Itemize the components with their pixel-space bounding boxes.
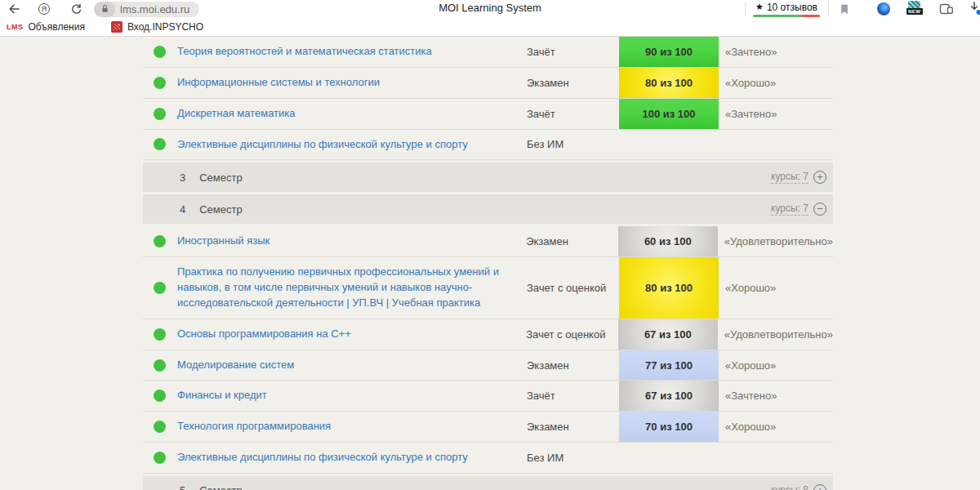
status-dot-icon xyxy=(154,421,166,433)
status-dot-icon xyxy=(154,77,166,89)
status-dot-icon xyxy=(154,452,166,464)
score-badge: 90 из 100 xyxy=(619,37,719,67)
course-row: Информационные системы и технологии Экза… xyxy=(143,68,833,99)
download-button[interactable] xyxy=(969,0,980,18)
course-row: Моделирование систем Экзамен 77 из 100 «… xyxy=(143,350,833,381)
score-badge: 67 из 100 xyxy=(618,319,718,350)
exam-type: Зачёт xyxy=(527,381,619,411)
status-cell xyxy=(143,350,177,381)
bookmark-item-announcements[interactable]: Объявления xyxy=(29,21,85,33)
exam-type: Зачёт xyxy=(527,37,619,67)
status-dot-icon xyxy=(154,328,166,341)
subject-cell: Финансы и кредит xyxy=(177,381,527,411)
grade-text: «Зачтено» xyxy=(719,99,833,129)
lock-icon xyxy=(94,2,115,17)
course-row: Дискретная математика Зачёт 100 из 100 «… xyxy=(143,99,833,130)
status-dot-icon xyxy=(154,359,166,372)
extension-icon[interactable] xyxy=(877,0,890,18)
score-badge: 80 из 100 xyxy=(619,68,719,98)
courses-link[interactable]: курсы: 7 xyxy=(771,203,808,216)
grade-text: «Хорошо» xyxy=(719,257,833,318)
yandex-browser-icon[interactable]: Я xyxy=(38,0,50,18)
exam-type: Без ИМ xyxy=(527,443,619,473)
score-badge: 60 из 100 xyxy=(618,226,718,256)
subject-link[interactable]: Дискретная математика xyxy=(177,106,296,122)
score-badge: 67 из 100 xyxy=(619,381,719,411)
subject-cell: Практика по получению первичных професси… xyxy=(177,257,527,318)
subject-cell: Элективные дисциплины по физической куль… xyxy=(177,130,527,160)
courses-link[interactable]: курсы: 7 xyxy=(771,171,808,184)
browser-chrome: Я lms.moi.edu.ru MOI Learning System xyxy=(0,0,980,37)
grade-text xyxy=(719,443,833,473)
score-badge: 77 из 100 xyxy=(619,350,719,381)
courses-link[interactable]: курсы: 8 xyxy=(771,484,808,490)
status-cell xyxy=(143,37,177,67)
reviews-count-label: 10 отзывов xyxy=(767,2,817,13)
toggle-expand-icon[interactable]: − xyxy=(813,203,826,216)
status-cell xyxy=(143,381,177,411)
page-content: Теория вероятностей и математическая ста… xyxy=(0,37,980,490)
divider xyxy=(828,2,829,16)
subject-cell: Теория вероятностей и математическая ста… xyxy=(177,37,527,67)
score-badge: 80 из 100 xyxy=(619,257,719,318)
subject-link[interactable]: Информационные системы и технологии xyxy=(177,75,380,91)
extension-new-icon[interactable]: NEW xyxy=(906,1,923,19)
exam-type: Экзамен xyxy=(527,412,619,442)
bookmark-button[interactable] xyxy=(840,0,849,18)
score-badge xyxy=(619,130,719,160)
subject-link[interactable]: Иностранный язык xyxy=(177,234,270,249)
subject-link[interactable]: Технология программирования xyxy=(177,419,331,434)
status-dot-icon xyxy=(154,108,166,120)
side-panel-button[interactable] xyxy=(939,0,954,18)
semester-label: Семестр xyxy=(199,203,242,216)
semester-number: 4 xyxy=(180,203,185,216)
new-badge: NEW xyxy=(906,8,923,15)
subject-link[interactable]: Элективные дисциплины по физической куль… xyxy=(177,450,468,466)
exam-type: Экзамен xyxy=(527,68,619,98)
exam-type: Зачёт xyxy=(527,99,619,129)
address-bar[interactable]: lms.moi.edu.ru xyxy=(94,0,199,18)
status-cell xyxy=(143,257,177,318)
extension-glyph-icon xyxy=(908,1,920,8)
rating-bar xyxy=(753,15,820,17)
subject-link[interactable]: Теория вероятностей и математическая ста… xyxy=(177,44,432,60)
status-cell xyxy=(143,412,177,442)
status-dot-icon xyxy=(154,235,166,247)
subject-cell: Иностранный язык xyxy=(177,226,526,256)
refresh-button[interactable] xyxy=(70,0,82,18)
subject-link[interactable]: Практика по получению первичных професси… xyxy=(177,265,515,311)
status-cell xyxy=(143,130,177,160)
course-row: Основы программирования на C++ Зачет с о… xyxy=(143,319,833,350)
subject-link[interactable]: Элективные дисциплины по физической куль… xyxy=(177,137,468,153)
color-sphere-icon xyxy=(877,2,890,16)
toggle-expand-icon[interactable]: + xyxy=(813,171,826,184)
subject-cell: Основы программирования на C++ xyxy=(177,319,526,350)
page-title: MOI Learning System xyxy=(439,2,541,14)
score-badge xyxy=(619,443,719,473)
status-dot-icon xyxy=(154,282,166,294)
status-dot-icon xyxy=(154,138,166,150)
toggle-expand-icon[interactable]: + xyxy=(813,484,826,490)
browser-toolbar: Я lms.moi.edu.ru MOI Learning System xyxy=(0,0,980,18)
exam-type: Без ИМ xyxy=(527,130,619,160)
lms-logo-icon: LMS xyxy=(7,23,24,31)
subject-link[interactable]: Основы программирования на C++ xyxy=(177,327,351,342)
bookmark-item-inpsycho[interactable]: Вход.INPSYCHO xyxy=(127,21,203,33)
status-dot-icon xyxy=(154,390,166,402)
ya-letter-icon: Я xyxy=(38,3,50,15)
grades-table: Теория вероятностей и математическая ста… xyxy=(143,37,833,490)
grade-text: «Удовлетворительно» xyxy=(718,226,833,256)
reviews-button[interactable]: ★ 10 отзывов xyxy=(753,0,820,18)
exam-type: Зачет с оценкой xyxy=(526,319,618,350)
score-badge: 100 из 100 xyxy=(619,99,719,129)
subject-cell: Элективные дисциплины по физической куль… xyxy=(177,443,527,473)
grade-text: «Удовлетворительно» xyxy=(718,319,833,350)
subject-link[interactable]: Финансы и кредит xyxy=(177,388,267,403)
course-row: Элективные дисциплины по физической куль… xyxy=(143,443,833,474)
subject-link[interactable]: Моделирование систем xyxy=(177,358,294,373)
bookmark-flag-icon xyxy=(840,3,849,16)
score-badge: 70 из 100 xyxy=(619,412,719,442)
back-arrow-icon xyxy=(7,2,20,16)
download-icon xyxy=(969,2,980,16)
back-button[interactable] xyxy=(7,0,20,18)
